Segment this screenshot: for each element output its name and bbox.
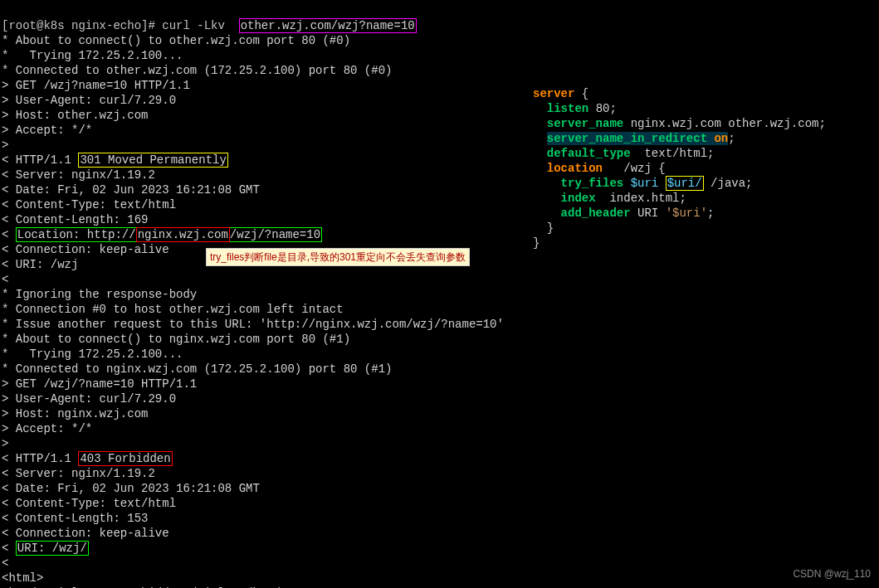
line: < Content-Length: 169 [2, 213, 148, 226]
line: > User-Agent: curl/7.29.0 [2, 94, 176, 107]
kw-server-name: server_name [547, 117, 623, 130]
line: < Content-Type: text/html [2, 497, 176, 510]
line: * About to connect() to other.wzj.com po… [2, 34, 350, 47]
kw-listen: listen [547, 102, 588, 115]
line: * Ignoring the response-body [2, 288, 197, 301]
line: < HTTP/1.1 [2, 153, 78, 167]
line: < Content-Length: 153 [2, 512, 148, 525]
line: * Connected to other.wzj.com (172.25.2.1… [2, 64, 392, 77]
str-uri: '$uri' [666, 207, 707, 220]
line: * Connection #0 to host other.wzj.com le… [2, 303, 344, 316]
kw-index: index [561, 192, 596, 205]
line: > Accept: */* [2, 124, 92, 137]
line: * Trying 172.25.2.100... [2, 49, 183, 62]
line: > GET /wzj?name=10 HTTP/1.1 [2, 79, 190, 92]
line: > GET /wzj/?name=10 HTTP/1.1 [2, 377, 197, 391]
line: < Server: nginx/1.19.2 [2, 467, 155, 480]
redirect-host: nginx.wzj.com [136, 227, 230, 242]
line: > Host: other.wzj.com [2, 109, 148, 122]
line: < [2, 542, 16, 555]
location-header: Location: http://nginx.wzj.com/wzj/?name… [16, 227, 322, 242]
line: > User-Agent: curl/7.29.0 [2, 392, 176, 406]
line: < [2, 273, 16, 286]
kw-snir: server_name_in_redirect [547, 132, 707, 145]
terminal-output: [root@k8s nginx-echo]# curl -Lkv other.w… [2, 3, 533, 588]
line: * Trying 172.25.2.100... [2, 347, 183, 361]
kw-default-type: default_type [547, 147, 631, 160]
line: < Connection: keep-alive [2, 527, 169, 540]
var-uri2: $uri/ [666, 176, 704, 191]
line: > Accept: */* [2, 422, 92, 435]
line: < URI: /wzj [2, 258, 78, 271]
watermark: CSDN @wzj_110 [793, 566, 871, 581]
curl-url: other.wzj.com/wzj?name=10 [239, 18, 417, 33]
line: < [2, 228, 16, 241]
uri-header: URI: /wzj/ [16, 541, 89, 556]
status-403: 403 Forbidden [78, 451, 172, 466]
line: < [2, 556, 16, 570]
kw-server: server [533, 87, 574, 100]
kw-tryfiles: try_files [561, 177, 624, 190]
kw-on: on [714, 132, 728, 145]
line: > [2, 437, 16, 450]
line: * About to connect() to nginx.wzj.com po… [2, 333, 350, 346]
status-301: 301 Moved Permanently [78, 153, 227, 168]
line: > [2, 138, 16, 152]
var-uri1: $uri [631, 177, 659, 190]
line: * Connected to nginx.wzj.com (172.25.2.1… [2, 362, 392, 376]
line: < Server: nginx/1.19.2 [2, 168, 155, 182]
line: < Date: Fri, 02 Jun 2023 16:21:08 GMT [2, 482, 260, 495]
line: < Connection: keep-alive [2, 243, 169, 256]
kw-addheader: add_header [561, 207, 631, 220]
kw-location: location [547, 162, 603, 175]
line: * Issue another request to this URL: 'ht… [2, 318, 504, 331]
annotation-note: try_files判断file是目录,导致的301重定向不会丢失查询参数 [206, 248, 470, 266]
prompt: [root@k8s nginx-echo]# curl -Lkv [2, 19, 239, 32]
line: <html> [2, 571, 43, 585]
line: < Date: Fri, 02 Jun 2023 16:21:08 GMT [2, 183, 260, 197]
line: > Host: nginx.wzj.com [2, 407, 148, 420]
nginx-config: server { listen 80; server_name nginx.wz… [533, 3, 877, 588]
line: < Content-Type: text/html [2, 198, 176, 211]
line: < HTTP/1.1 [2, 452, 78, 465]
